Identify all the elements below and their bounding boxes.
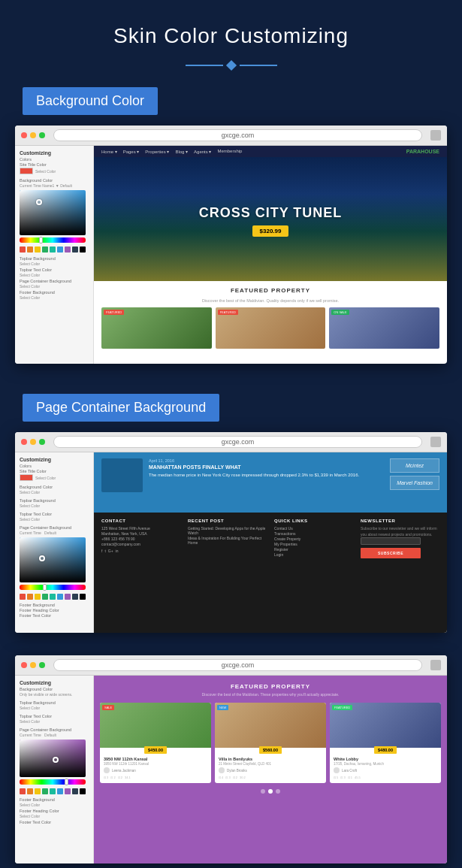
topbar-text-label: Topbar Text Color [20, 268, 89, 272]
s2-link-5[interactable]: Register [274, 547, 353, 552]
footer-bg-select: Select Color [20, 295, 40, 300]
dot-green-3[interactable] [39, 662, 45, 668]
s2-links-title: QUICK LINKS [274, 519, 353, 523]
s2-link-1[interactable]: Contact Us [274, 526, 353, 531]
sidebar-subtitle-2: Colors [20, 464, 89, 468]
sidebar-title-1: Customizing [20, 150, 89, 156]
featured-cards-1: FEATURED FEATURED ON SALE [101, 307, 439, 349]
screenshot3-sidebar: Customizing Background Color Only be vis… [15, 676, 94, 863]
social-tw[interactable]: t [104, 549, 105, 553]
card-1-3: ON SALE [329, 307, 439, 349]
s2-header-img [101, 458, 143, 492]
s2-subscribe-button[interactable]: SUBSCRIBE [361, 548, 421, 558]
dot-yellow-3[interactable] [30, 662, 36, 668]
section2-label: Page Container Background [23, 394, 219, 422]
dot-red-2[interactable] [21, 439, 27, 445]
color-spectrum-1[interactable] [20, 237, 86, 243]
s3-price-1: $450.00 [144, 746, 167, 754]
color-swatches-2 [20, 594, 89, 600]
card-badge-3: ON SALE [331, 310, 349, 315]
nav-home: Home ▾ [101, 149, 117, 154]
page-title: Skin Color Customizing [0, 0, 462, 56]
swatch-purple[interactable] [65, 246, 71, 253]
color-picker-2[interactable] [20, 537, 86, 582]
nav-links: Home ▾ Pages ▾ Properties ▾ Blog ▾ Agent… [101, 149, 242, 154]
sidebar-select-text: Select Color [35, 169, 56, 174]
divider-line-right [240, 65, 277, 66]
s3-card-3: FEATURED $480.00 White Lobby 17/35, Dach… [330, 703, 441, 783]
social-fb[interactable]: f [101, 549, 102, 553]
s3-addr-1: 3950 NW 112th 11201 Kansal [104, 762, 207, 766]
screenshot1-main: Home ▾ Pages ▾ Properties ▾ Blog ▾ Agent… [94, 146, 447, 364]
topbar-text-select: Select Color [20, 273, 40, 277]
s2-footer-contact: CONTACT 125 West Street Fifth Avenue Man… [101, 519, 180, 627]
s3-agent-name-1: Leena Jackman [112, 769, 136, 773]
nav-blog: Blog ▾ [175, 149, 188, 154]
browser-icon-sq-2 [430, 437, 441, 447]
divider-line-left [186, 65, 223, 66]
browser-dots-1 [21, 132, 45, 138]
social-in[interactable]: in [116, 549, 119, 553]
dot-green-1[interactable] [39, 132, 45, 138]
browser-url-1: gxcge.com [53, 129, 422, 141]
swatch-yellow[interactable] [35, 246, 41, 253]
s3-card-2: NEW $560.00 Villa in Benilyuks 21 Metro … [215, 703, 326, 783]
swatch-green[interactable] [42, 246, 48, 253]
dot-red-3[interactable] [21, 662, 27, 668]
dot-yellow-2[interactable] [30, 439, 36, 445]
color-spectrum-2[interactable] [20, 585, 86, 590]
s2-link-3[interactable]: Create Property [274, 537, 353, 541]
s2-link-6[interactable]: Login [274, 552, 353, 557]
swatch-dark[interactable] [72, 246, 78, 253]
card-badge-1: FEATURED [104, 310, 124, 315]
s2-newsletter-title: NEWSLETTER [361, 519, 439, 523]
color-spectrum-3[interactable] [20, 779, 86, 785]
footer-bg-label: Footer Background [20, 290, 89, 295]
s3-stats-3: ⊡ 5 ⊡ 3 ⊡ 1 45.5 [334, 776, 437, 779]
card-1-2: FEATURED [216, 307, 326, 349]
screenshot2: gxcge.com Customizing Colors Site Title … [15, 432, 447, 633]
s2-footer-recent: RECENT POST Getting Started: Developing … [188, 519, 267, 627]
s3-badge-3: FEATURED [332, 705, 352, 710]
card-1-1: FEATURED [101, 307, 212, 349]
s2-recent-1: Getting Started: Developing Apps for the… [188, 526, 267, 535]
swatch-orange[interactable] [27, 246, 33, 253]
swatch-teal[interactable] [50, 246, 56, 253]
page-container-label: Page Container Background [20, 279, 89, 283]
swatch-blue[interactable] [57, 246, 63, 253]
screenshot1: gxcge.com Customizing Colors Site Title … [15, 126, 447, 364]
swatch-red[interactable] [20, 246, 26, 253]
dot-red-1[interactable] [21, 132, 27, 138]
color-picker-3[interactable] [20, 739, 86, 777]
featured-desc-1: Discover the best of the Maldivian. Qual… [101, 298, 439, 303]
s2-link-4[interactable]: My Properties [274, 542, 353, 546]
card-badge-2: FEATURED [218, 310, 238, 315]
dot-green-2[interactable] [39, 439, 45, 445]
color-picker-1[interactable] [20, 190, 86, 235]
s2-contact-addr1: 125 West Street Fifth Avenue [101, 526, 180, 531]
screenshot2-footer: CONTACT 125 West Street Fifth Avenue Man… [94, 513, 447, 633]
swatch-sitetitle[interactable] [20, 168, 33, 174]
browser-url-2: gxcge.com [53, 436, 422, 448]
browser-bar-3: gxcge.com [15, 655, 447, 676]
swatch-black[interactable] [80, 246, 86, 253]
dot-yellow-1[interactable] [30, 132, 36, 138]
screenshot1-sidebar: Customizing Colors Site Title Color Sele… [15, 146, 94, 364]
title-divider [0, 62, 462, 69]
s3-addr-3: 17/35, Dachau, Ismaning, Munich [334, 762, 437, 766]
s3-cards: SALE $450.00 3950 NW 112th Kansal 3950 N… [94, 703, 447, 783]
browser-dots-2 [21, 439, 45, 445]
s3-avatar-3 [334, 767, 340, 773]
s3-card-1: SALE $450.00 3950 NW 112th Kansal 3950 N… [100, 703, 211, 783]
s2-card2: Marvel Fashion [390, 476, 439, 490]
screenshot2-header: April 11, 2016 MANHATTAN POSTS FINALLY W… [94, 452, 447, 513]
sidebar-subtitle-1: Colors [20, 157, 89, 162]
s2-newsletter-input[interactable] [361, 537, 421, 545]
social-gp[interactable]: G+ [108, 549, 113, 553]
color-cursor-3 [53, 757, 59, 763]
s2-contact-title: CONTACT [101, 519, 180, 523]
s2-link-2[interactable]: Transactions [274, 531, 353, 536]
screenshot3-main: FEATURED PROPERTY Discover the best of t… [94, 676, 447, 863]
browser-icons-2 [430, 437, 441, 447]
s3-avatar-2 [219, 767, 225, 773]
